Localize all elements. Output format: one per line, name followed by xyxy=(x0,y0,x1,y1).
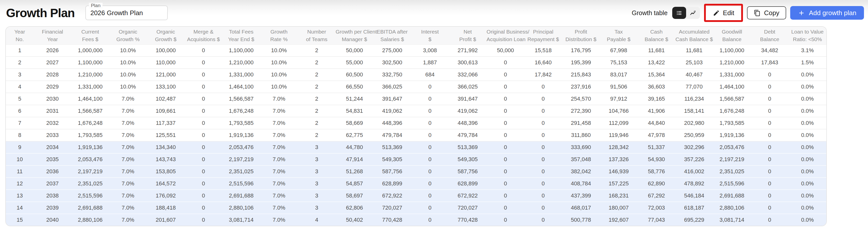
table-cell: 0 xyxy=(524,117,562,129)
table-cell: 58,697 xyxy=(336,190,373,202)
table-cell: 7.0% xyxy=(109,93,147,105)
table-cell: 7.0% xyxy=(260,93,298,105)
table-cell: 7.0% xyxy=(260,141,298,153)
table-cell: 201,607 xyxy=(147,214,184,226)
edit-button-label: Edit xyxy=(723,9,734,17)
table-cell: 2,691,688 xyxy=(222,190,260,202)
table-view-toggle[interactable] xyxy=(672,7,686,19)
table-row: 1420392,691,6887.0%188,41802,880,1067.0%… xyxy=(6,202,826,214)
top-bar: Growth Plan Plan Growth table xyxy=(0,0,868,25)
table-cell: 75,153 xyxy=(600,56,638,69)
table-cell: 391,647 xyxy=(449,93,487,105)
table-cell: 2,053,476 xyxy=(713,141,751,153)
table-cell: 1,566,587 xyxy=(713,93,751,105)
chart-view-toggle[interactable] xyxy=(686,7,700,19)
table-cell: 7.0% xyxy=(260,190,298,202)
table-cell: 437,399 xyxy=(562,190,600,202)
table-row: 620311,566,5877.0%109,66101,676,2487.0%2… xyxy=(6,105,826,117)
table-row: 120261,000,00010.0%100,00001,100,00010.0… xyxy=(6,45,826,57)
table-row: 820331,793,5857.0%125,55101,919,1367.0%2… xyxy=(6,129,826,141)
header-cell: CurrentFees $ xyxy=(71,27,109,45)
table-cell: 2028 xyxy=(34,69,71,81)
table-cell: 0 xyxy=(411,178,448,190)
table-cell: 39,165 xyxy=(638,93,675,105)
table-cell: 10.0% xyxy=(260,69,298,81)
table-cell: 40,467 xyxy=(675,69,713,81)
table-cell: 4 xyxy=(6,81,34,93)
table-cell: 0 xyxy=(524,141,562,153)
table-cell: 0 xyxy=(751,190,788,202)
table-cell: 0 xyxy=(487,81,524,93)
table-cell: 2040 xyxy=(34,214,71,226)
table-cell: 0 xyxy=(751,202,788,214)
table-cell: 3 xyxy=(6,69,34,81)
table-cell: 2036 xyxy=(34,165,71,178)
table-cell: 0 xyxy=(185,190,222,202)
table-cell: 0 xyxy=(185,81,222,93)
table-cell: 2034 xyxy=(34,141,71,153)
header-cell: GrowthRate % xyxy=(260,27,298,45)
table-cell: 1,464,100 xyxy=(713,81,751,93)
table-cell: 0 xyxy=(487,214,524,226)
table-cell: 0 xyxy=(751,117,788,129)
table-cell: 7.0% xyxy=(109,165,147,178)
table-cell: 10.0% xyxy=(109,81,147,93)
edit-button[interactable]: Edit xyxy=(707,7,741,19)
table-cell: 6 xyxy=(6,105,34,117)
table-cell: 176,092 xyxy=(147,190,184,202)
copy-button[interactable]: Copy xyxy=(747,6,786,20)
table-cell: 1.5% xyxy=(788,56,826,69)
table-cell: 102,487 xyxy=(147,93,184,105)
table-cell: 50,402 xyxy=(336,214,373,226)
plan-select-field[interactable]: Plan xyxy=(85,5,168,20)
table-row: 1320382,515,5967.0%176,09202,691,6887.0%… xyxy=(6,190,826,202)
table-cell: 0 xyxy=(411,190,448,202)
table-cell: 695,229 xyxy=(675,214,713,226)
table-cell: 10.0% xyxy=(260,81,298,93)
table-cell: 15,518 xyxy=(524,45,562,57)
table-cell: 0 xyxy=(751,129,788,141)
table-cell: 0 xyxy=(185,141,222,153)
table-cell: 0.0% xyxy=(788,153,826,165)
copy-button-label: Copy xyxy=(764,9,779,17)
table-cell: 47,914 xyxy=(336,153,373,165)
pencil-icon xyxy=(713,9,720,16)
view-toggle xyxy=(672,7,700,19)
table-cell: 770,428 xyxy=(373,214,411,226)
table-cell: 51,268 xyxy=(336,165,373,178)
table-cell: 0 xyxy=(487,93,524,105)
table-cell: 3 xyxy=(298,190,336,202)
table-cell: 0 xyxy=(411,129,448,141)
table-cell: 0 xyxy=(487,178,524,190)
table-cell: 125,551 xyxy=(147,129,184,141)
table-cell: 7.0% xyxy=(109,105,147,117)
table-cell: 1,000,000 xyxy=(71,45,109,57)
table-cell: 0 xyxy=(751,178,788,190)
table-cell: 164,572 xyxy=(147,178,184,190)
table-cell: 0 xyxy=(185,178,222,190)
header-cell: TaxPayable $ xyxy=(600,27,638,45)
table-cell: 4 xyxy=(298,214,336,226)
table-cell: 0 xyxy=(487,105,524,117)
table-cell: 1,676,248 xyxy=(222,105,260,117)
table-cell: 180,007 xyxy=(600,202,638,214)
table-cell: 0 xyxy=(185,93,222,105)
table-cell: 0.0% xyxy=(788,165,826,178)
table-cell: 54,831 xyxy=(336,105,373,117)
table-cell: 14 xyxy=(6,202,34,214)
table-cell: 0.0% xyxy=(788,93,826,105)
table-cell: 672,922 xyxy=(373,190,411,202)
table-cell: 0 xyxy=(411,153,448,165)
table-cell: 72,003 xyxy=(638,202,675,214)
table-cell: 2,053,476 xyxy=(71,153,109,165)
table-cell: 391,647 xyxy=(373,93,411,105)
table-cell: 7.0% xyxy=(109,202,147,214)
table-cell: 10.0% xyxy=(260,45,298,57)
table-cell: 2031 xyxy=(34,105,71,117)
table-cell: 0 xyxy=(524,190,562,202)
table-cell: 11,681 xyxy=(675,45,713,57)
table-cell: 2 xyxy=(298,45,336,57)
table-cell: 549,305 xyxy=(373,153,411,165)
add-growth-plan-button[interactable]: Add growth plan xyxy=(790,6,864,20)
table-cell: 9 xyxy=(6,141,34,153)
